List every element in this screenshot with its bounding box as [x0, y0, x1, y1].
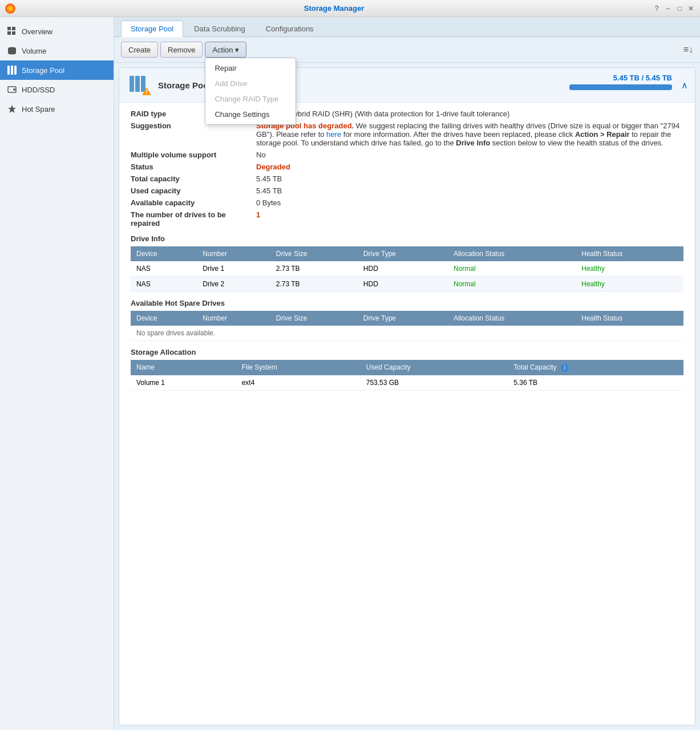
hot-spare-col-device: Device [131, 311, 197, 326]
total-capacity-value: 5.45 TB [256, 175, 683, 183]
capacity-bar [569, 84, 672, 90]
total-capacity-row: Total capacity 5.45 TB [131, 175, 683, 183]
hot-spare-col-health: Health Status [576, 311, 683, 326]
available-capacity-value: 0 Bytes [256, 198, 683, 207]
sa-name-0: Volume 1 [131, 375, 236, 391]
action-repair[interactable]: Repair [205, 60, 296, 76]
drive-info-col-size: Drive Size [270, 246, 358, 261]
action-change-settings[interactable]: Change Settings [205, 107, 296, 122]
used-capacity-row: Used capacity 5.45 TB [131, 186, 683, 195]
action-add-drive[interactable]: Add Drive [205, 76, 296, 91]
title-bar: Storage Manager ? − □ ✕ [0, 0, 700, 17]
available-capacity-label: Available capacity [131, 198, 256, 207]
create-button[interactable]: Create [121, 42, 158, 58]
svg-point-12 [13, 88, 15, 91]
close-button[interactable]: ✕ [686, 4, 695, 13]
svg-rect-5 [12, 27, 15, 30]
tab-bar: Storage Pool Data Scrubbing Configuratio… [114, 17, 700, 37]
drive-size-0: 2.73 TB [270, 261, 358, 277]
sidebar-item-storage-pool[interactable]: Storage Pool [0, 60, 114, 80]
tab-storage-pool[interactable]: Storage Pool [121, 21, 183, 37]
drive-allocation-1: Normal [448, 277, 576, 292]
sidebar-overview-label: Overview [22, 27, 52, 36]
sidebar-storage-pool-label: Storage Pool [22, 66, 64, 75]
svg-point-2 [9, 7, 12, 10]
svg-rect-9 [11, 66, 13, 75]
action-dropdown-menu: Repair Add Drive Change RAID Type Change… [205, 58, 296, 125]
minimize-button[interactable]: − [663, 4, 673, 13]
sidebar-item-hdd-ssd[interactable]: HDD/SSD [0, 80, 114, 99]
drive-info-col-health: Health Status [576, 246, 683, 261]
sa-fs-0: ext4 [236, 375, 361, 391]
status-value: Degraded [256, 163, 683, 171]
drive-device-1: NAS [131, 277, 197, 292]
suggestion-link[interactable]: here [326, 130, 341, 139]
svg-rect-8 [7, 66, 10, 75]
remove-button[interactable]: Remove [160, 42, 203, 58]
app-logo [5, 3, 16, 14]
overview-icon [7, 26, 17, 36]
hot-spare-col-size: Drive Size [270, 311, 358, 326]
drive-info-table: Device Number Drive Size Drive Type Allo… [131, 246, 683, 292]
sidebar-item-hot-spare[interactable]: Hot Spare [0, 99, 114, 119]
svg-rect-3 [7, 27, 11, 30]
total-capacity-info-icon[interactable]: i [561, 364, 569, 372]
drive-info-col-device: Device [131, 246, 197, 261]
available-capacity-row: Available capacity 0 Bytes [131, 198, 683, 207]
action-button[interactable]: Action ▾ [205, 42, 246, 58]
sidebar-hot-spare-label: Hot Spare [22, 105, 55, 113]
drive-health-1: Healthy [576, 277, 683, 292]
storage-allocation-header-row: Name File System Used Capacity Total Cap… [131, 360, 683, 375]
drive-type-1: HDD [358, 277, 448, 292]
main-content: Storage Pool Data Scrubbing Configuratio… [114, 17, 700, 730]
suggestion-value: Storage pool has degraded. We suggest re… [256, 121, 683, 147]
svg-rect-15 [135, 76, 140, 92]
svg-rect-10 [14, 66, 17, 75]
hot-spare-col-number: Number [197, 311, 270, 326]
help-button[interactable]: ? [652, 4, 661, 13]
pool-icon: ! [128, 74, 151, 96]
svg-marker-13 [8, 105, 16, 113]
hot-spare-icon [7, 104, 17, 114]
drive-info-title: Drive Info [131, 234, 683, 243]
volume-icon [7, 46, 17, 56]
sidebar-volume-label: Volume [22, 47, 46, 55]
drive-info-col-number: Number [197, 246, 270, 261]
multiple-volume-row: Multiple volume support No [131, 151, 683, 159]
app-title: Storage Manager [16, 4, 652, 13]
drives-to-repair-row: The number of drives to be repaired 1 [131, 210, 683, 228]
pool-capacity-section: 5.45 TB / 5.45 TB [569, 74, 672, 90]
hot-spare-col-allocation: Allocation Status [448, 311, 576, 326]
restore-button[interactable]: □ [675, 4, 684, 13]
drives-to-repair-label: The number of drives to be repaired [131, 210, 256, 228]
action-change-raid-type[interactable]: Change RAID Type [205, 91, 296, 107]
sidebar-item-overview[interactable]: Overview [0, 22, 114, 41]
hdd-ssd-icon [7, 84, 17, 95]
status-row: Status Degraded [131, 163, 683, 171]
used-capacity-label: Used capacity [131, 186, 256, 195]
action-dropdown-container: Action ▾ Repair Add Drive Change RAID Ty… [205, 42, 246, 58]
collapse-button[interactable]: ∧ [681, 80, 688, 91]
sidebar: Overview Volume Storage Pool [0, 17, 114, 730]
storage-pool-icon [7, 65, 17, 75]
sa-col-fs: File System [236, 360, 361, 375]
sidebar-item-volume[interactable]: Volume [0, 41, 114, 60]
multiple-volume-value: No [256, 151, 683, 159]
svg-text:!: ! [145, 89, 147, 95]
window-controls: ? − □ ✕ [652, 4, 695, 13]
tab-data-scrubbing[interactable]: Data Scrubbing [184, 21, 255, 36]
hot-spare-no-data: No spare drives available. [131, 326, 683, 341]
suggestion-row: Suggestion Storage pool has degraded. We… [131, 121, 683, 147]
drive-size-1: 2.73 TB [270, 277, 358, 292]
drive-type-0: HDD [358, 261, 448, 277]
drive-info-header-row: Device Number Drive Size Drive Type Allo… [131, 246, 683, 261]
hot-spare-table: Device Number Drive Size Drive Type Allo… [131, 311, 683, 341]
content-area: ! Storage Pool 1 5.45 TB / 5.45 TB ∧ RAI… [119, 67, 695, 725]
storage-allocation-row: Volume 1 ext4 753.53 GB 5.36 TB [131, 375, 683, 391]
sa-total-0: 5.36 TB [508, 375, 683, 391]
sa-used-0: 753.53 GB [361, 375, 508, 391]
tab-configurations[interactable]: Configurations [256, 21, 323, 36]
sort-button[interactable]: ≡↓ [683, 44, 693, 55]
storage-allocation-table: Name File System Used Capacity Total Cap… [131, 360, 683, 391]
detail-section: RAID type Synology Hybrid RAID (SHR) (Wi… [119, 103, 695, 398]
